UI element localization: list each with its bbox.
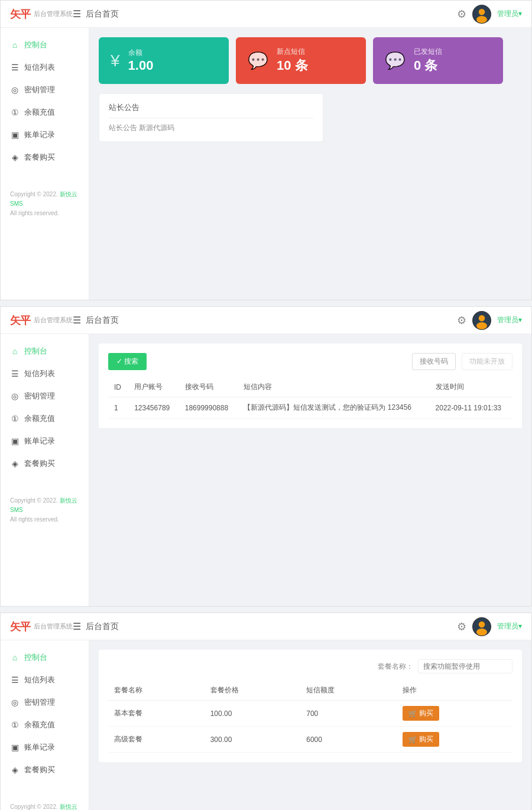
logo-text: 矢平 — [10, 7, 30, 21]
feature-not-open-button: 功能未开放 — [462, 353, 512, 370]
page-wrapper: 矢平 后台管理系统 ☰ 后台首页 ⚙ 管理员▾ — [0, 0, 532, 810]
pkg-action-2: 🛒 购买 — [397, 727, 512, 753]
sidebar-label: 余额充值 — [24, 107, 55, 118]
sidebar-label: 余额充值 — [24, 413, 55, 424]
screen-3: 矢平 后台管理系统 ☰ 后台首页 ⚙ 管理员▾ — [0, 613, 532, 810]
header-title-2: 后台首页 — [86, 315, 457, 326]
header-title-3: 后台首页 — [86, 621, 457, 632]
sms-table-section: ✓ 搜索 接收号码 功能未开放 ID 用户账号 接收号码 短信内容 发送时间 — [99, 344, 522, 428]
menu-icon-2[interactable]: ☰ — [73, 315, 81, 326]
header-1: 矢平 后台管理系统 ☰ 后台首页 ⚙ 管理员▾ — [1, 1, 531, 28]
pkg-icon-3: ◈ — [10, 765, 20, 775]
sys-label-3: 后台管理系统 — [34, 622, 73, 631]
list-icon-2: ☰ — [10, 369, 20, 378]
sidebar-item-key-1[interactable]: ◎ 密钥管理 — [1, 79, 89, 101]
notice-content: 站长公告 新源代源码 — [109, 123, 313, 133]
home-icon-3: ⌂ — [10, 653, 20, 662]
sidebar-item-sms-3[interactable]: ☰ 短信列表 — [1, 669, 89, 691]
col-time: 发送时间 — [430, 377, 512, 397]
body-layout-2: ⌂ 控制台 ☰ 短信列表 ◎ 密钥管理 ① 余额充值 ▣ 账单记录 — [1, 334, 531, 606]
sms-table-body: 1 123456789 18699990888 【新源代源码】短信发送测试，您的… — [108, 397, 512, 419]
pkg-quota-2: 6000 — [300, 727, 397, 753]
sidebar-item-pkg-3[interactable]: ◈ 套餐购买 — [1, 759, 89, 781]
sidebar-label: 账单记录 — [24, 742, 55, 753]
cell-id: 1 — [108, 397, 128, 419]
menu-icon-3[interactable]: ☰ — [73, 621, 81, 632]
col-receive: 接收号码 — [179, 377, 238, 397]
pkg-col-name: 套餐名称 — [108, 681, 205, 701]
col-content: 短信内容 — [238, 377, 429, 397]
sidebar-item-bill-3[interactable]: ▣ 账单记录 — [1, 736, 89, 759]
sidebar-item-bill-1[interactable]: ▣ 账单记录 — [1, 124, 89, 146]
cart-icon-2: 🛒 — [408, 736, 417, 744]
avatar-3 — [472, 617, 491, 636]
sidebar-item-balance-1[interactable]: ① 余额充值 — [1, 101, 89, 124]
svg-point-2 — [476, 16, 487, 23]
sidebar-label: 套餐购买 — [24, 458, 55, 469]
col-id: ID — [108, 377, 128, 397]
sidebar-item-pkg-2[interactable]: ◈ 套餐购买 — [1, 452, 89, 475]
gear-icon-2[interactable]: ⚙ — [457, 314, 466, 327]
sidebar-footer-2: Copyright © 2022. 新悦云SMS All rights rese… — [1, 487, 89, 534]
sidebar-item-dashboard-2[interactable]: ⌂ 控制台 — [1, 340, 89, 362]
user-label-1[interactable]: 管理员▾ — [497, 9, 522, 19]
sidebar-item-pkg-1[interactable]: ◈ 套餐购买 — [1, 146, 89, 169]
user-label-3[interactable]: 管理员▾ — [497, 621, 522, 631]
balance-value: 1.00 — [128, 58, 154, 73]
svg-point-5 — [476, 322, 487, 329]
header-2: 矢平 后台管理系统 ☰ 后台首页 ⚙ 管理员▾ — [1, 307, 531, 334]
pkg-table-head: 套餐名称 套餐价格 短信额度 操作 — [108, 681, 512, 701]
pkg-quota-1: 700 — [300, 701, 397, 727]
gear-icon[interactable]: ⚙ — [457, 8, 466, 21]
sidebar-label: 短信列表 — [24, 675, 55, 685]
buy-button-2[interactable]: 🛒 购买 — [403, 732, 439, 747]
sms-toolbar: ✓ 搜索 接收号码 功能未开放 — [108, 353, 512, 370]
sidebar-item-dashboard-3[interactable]: ⌂ 控制台 — [1, 646, 89, 669]
logo-text-2: 矢平 — [10, 313, 30, 328]
receive-code-button[interactable]: 接收号码 — [412, 353, 456, 370]
bill-icon-2: ▣ — [10, 436, 20, 446]
user-label-2[interactable]: 管理员▾ — [497, 315, 522, 325]
pkg-col-quota: 短信额度 — [300, 681, 397, 701]
sidebar-label: 密钥管理 — [24, 697, 55, 708]
table-row: 高级套餐 300.00 6000 🛒 购买 — [108, 727, 512, 753]
sidebar-item-key-3[interactable]: ◎ 密钥管理 — [1, 691, 89, 714]
menu-icon[interactable]: ☰ — [73, 8, 81, 20]
cart-icon-1: 🛒 — [408, 709, 417, 718]
stat-card-new-sms-content: 新点短信 10 条 — [277, 47, 308, 74]
svg-point-1 — [479, 9, 485, 15]
pkg-search-input[interactable] — [418, 659, 512, 673]
cell-content: 【新源代源码】短信发送测试，您的验证码为 123456 — [238, 397, 429, 419]
search-button[interactable]: ✓ 搜索 — [108, 353, 147, 370]
buy-button-1[interactable]: 🛒 购买 — [403, 706, 439, 721]
sidebar-item-balance-3[interactable]: ① 余额充值 — [1, 714, 89, 736]
balance-label: 余额 — [128, 48, 154, 58]
sidebar-item-sms-1[interactable]: ☰ 短信列表 — [1, 56, 89, 79]
pkg-price-2: 300.00 — [205, 727, 301, 753]
main-content-2: ✓ 搜索 接收号码 功能未开放 ID 用户账号 接收号码 短信内容 发送时间 — [89, 334, 531, 606]
pkg-name-2: 高级套餐 — [108, 727, 205, 753]
sidebar-item-key-2[interactable]: ◎ 密钥管理 — [1, 385, 89, 407]
stat-card-sent-sms-content: 已发短信 0 条 — [414, 47, 442, 74]
avatar-2 — [472, 311, 491, 330]
pkg-toolbar: 套餐名称： — [108, 659, 512, 673]
main-content-3: 套餐名称： 套餐名称 套餐价格 短信额度 操作 — [89, 640, 531, 810]
sidebar-item-dashboard-1[interactable]: ⌂ 控制台 — [1, 34, 89, 56]
table-row: 基本套餐 100.00 700 🛒 购买 — [108, 701, 512, 727]
sidebar-item-bill-2[interactable]: ▣ 账单记录 — [1, 430, 89, 452]
cell-receive: 18699990888 — [179, 397, 238, 419]
yuan-icon: ¥ — [111, 51, 120, 70]
header-right-2: ⚙ 管理员▾ — [457, 311, 522, 330]
gear-icon-3[interactable]: ⚙ — [457, 620, 466, 633]
sys-label-2: 后台管理系统 — [34, 316, 73, 325]
avatar-1 — [472, 5, 491, 24]
sidebar-item-sms-2[interactable]: ☰ 短信列表 — [1, 362, 89, 385]
svg-point-7 — [479, 621, 485, 628]
pkg-col-price: 套餐价格 — [205, 681, 301, 701]
pkg-action-1: 🛒 购买 — [397, 701, 512, 727]
body-layout-3: ⌂ 控制台 ☰ 短信列表 ◎ 密钥管理 ① 余额充值 ▣ 账单记录 — [1, 640, 531, 810]
notice-box: 站长公告 站长公告 新源代源码 — [99, 93, 323, 142]
sidebar-label: 控制台 — [24, 346, 47, 357]
sidebar-item-balance-2[interactable]: ① 余额充值 — [1, 407, 89, 430]
stat-card-balance-content: 余额 1.00 — [128, 48, 154, 73]
